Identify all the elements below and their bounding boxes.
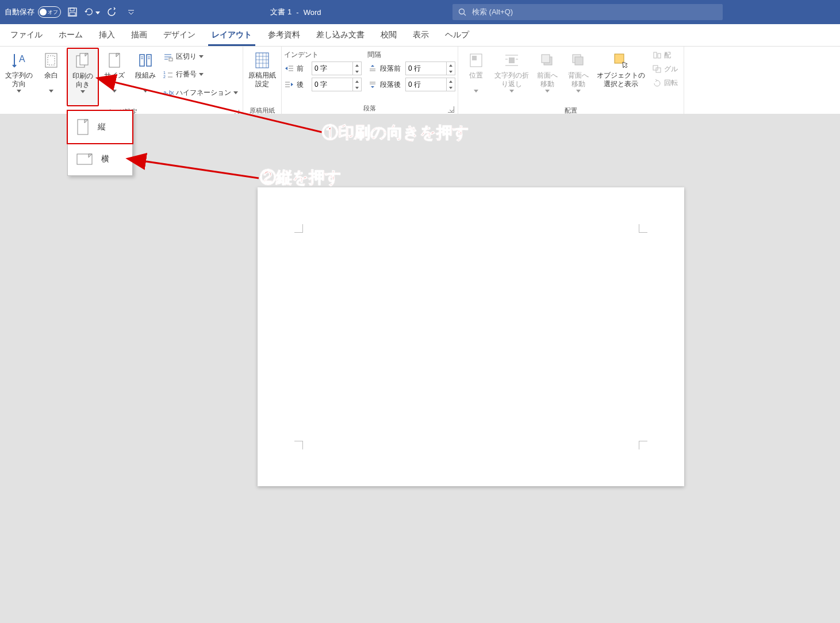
tab-draw[interactable]: 描画 [123,24,155,46]
indent-after-input[interactable] [312,78,362,91]
autosave-switch[interactable]: オフ [38,6,61,18]
indent-before-input[interactable] [312,61,362,75]
svg-text:2: 2 [163,75,166,79]
ribbon-tabs: ファイル ホーム 挿入 描画 デザイン レイアウト 参考資料 差し込み文書 校閲… [0,24,840,47]
space-before-input[interactable] [405,61,455,75]
svg-text:bc: bc [169,90,174,96]
send-backward-button: 背面へ 移動 [563,48,594,105]
chevron-down-icon [233,91,238,94]
columns-button[interactable]: 段組み [130,48,161,105]
orientation-icon [74,52,91,70]
line-numbers-icon: 12 [163,70,174,79]
align-icon [653,51,662,59]
orientation-landscape[interactable]: 横 [68,143,132,175]
grid-paper-icon [254,51,270,70]
document-area[interactable] [0,114,840,623]
space-before-icon [367,64,378,73]
line-numbers-button[interactable]: 12 行番号 [161,67,240,82]
autosave-label: 自動保存 [5,7,34,17]
margins-button[interactable]: 余白 [36,48,67,105]
ribbon: A 文字列の 方向 余白 印刷の 向き サイズ 段組み [0,47,840,115]
margins-icon [44,52,59,69]
rotate-icon [653,79,662,87]
indent-after-row: 後 [284,77,362,92]
undo-button[interactable] [84,4,100,20]
selection-pane-button[interactable]: オブジェクトの 選択と表示 [594,48,648,105]
svg-rect-22 [169,58,172,61]
landscape-icon [76,152,93,166]
tab-review[interactable]: 校閲 [373,24,405,46]
space-before-row: 段落前 [367,61,455,76]
tab-references[interactable]: 参考資料 [260,24,308,46]
svg-rect-2 [70,13,75,16]
autosave-toggle[interactable]: 自動保存 オフ [5,6,61,18]
svg-rect-54 [542,55,550,63]
page[interactable] [258,187,684,486]
space-after-input[interactable] [405,78,455,91]
svg-rect-29 [256,53,269,68]
bring-forward-button: 前面へ 移動 [532,48,563,105]
annotation-1: ①印刷の向きを押す [322,122,469,144]
orientation-portrait[interactable]: 縦 [67,110,133,144]
wrap-icon [504,52,520,68]
forward-icon [539,52,555,68]
redo-button[interactable] [103,4,120,20]
orientation-button[interactable]: 印刷の 向き [67,48,99,106]
selection-icon [612,52,630,69]
crop-mark [639,441,647,449]
align-button: 配 [650,49,680,61]
crop-mark [294,441,303,449]
size-button[interactable]: サイズ [99,48,130,105]
indent-header: インデント [284,50,330,60]
indent-before-row: 前 [284,61,362,76]
position-button: 位置 [461,48,492,105]
crop-mark [639,224,647,233]
chevron-down-icon [576,90,581,93]
svg-rect-47 [472,56,477,60]
chevron-down-icon [49,90,53,93]
tab-help[interactable]: ヘルプ [437,24,477,46]
tab-layout[interactable]: レイアウト [204,24,260,46]
chevron-down-icon [474,90,478,93]
svg-rect-14 [147,55,151,66]
tab-home[interactable]: ホーム [51,24,91,46]
save-icon [67,7,78,17]
chevron-down-icon [128,9,135,16]
tab-mailings[interactable]: 差し込み文書 [308,24,373,46]
undo-icon [84,7,94,17]
title-bar: 自動保存 オフ 文書 1 - Word 検索 (Alt+Q) [0,0,840,24]
group-label-paragraph[interactable]: 段落 [284,103,455,114]
search-icon [458,8,466,16]
search-box[interactable]: 検索 (Alt+Q) [452,4,723,20]
svg-rect-62 [78,120,88,134]
space-after-icon [367,80,378,89]
svg-text:A: A [19,54,25,64]
chevron-down-icon [545,90,550,93]
window-title: 文書 1 - Word [143,7,449,17]
columns-icon [137,52,154,68]
svg-rect-58 [654,52,657,58]
hyphenation-button[interactable]: a-bc ハイフネーション [161,85,240,100]
text-direction-button[interactable]: A 文字列の 方向 [2,48,36,105]
breaks-button[interactable]: 区切り [161,49,240,64]
qat-customize[interactable] [123,4,139,20]
tab-view[interactable]: 表示 [405,24,437,46]
group-objects-button: グル [650,63,680,75]
tab-file[interactable]: ファイル [2,24,51,46]
text-direction-icon: A [11,52,27,69]
crop-mark [294,224,303,233]
chevron-down-icon [509,90,514,93]
tab-insert[interactable]: 挿入 [91,24,123,46]
svg-rect-48 [509,57,515,63]
breaks-icon [163,52,174,61]
svg-rect-11 [80,53,88,65]
annotation-2: ②縦を押す [260,167,342,189]
svg-rect-13 [140,55,144,66]
manuscript-button[interactable]: 原稿用紙 設定 [246,48,279,105]
chevron-down-icon [112,90,117,93]
tab-design[interactable]: デザイン [155,24,204,46]
position-icon [469,52,484,68]
save-button[interactable] [64,4,80,20]
app-name: Word [304,8,321,17]
indent-right-icon [284,80,294,89]
